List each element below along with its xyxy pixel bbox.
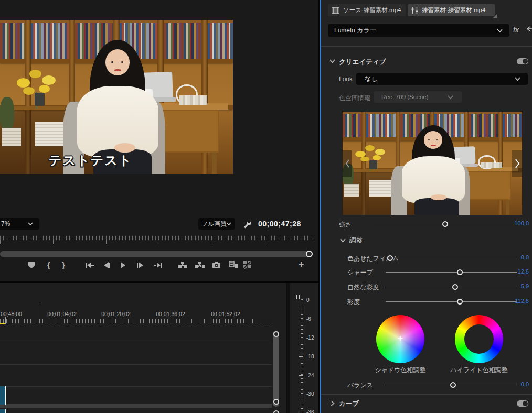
scrollbar-handle-cut[interactable] [273, 410, 279, 413]
timeline-horizontal-scrollbar[interactable] [0, 404, 272, 408]
plant [0, 97, 14, 131]
zoom-level-select[interactable]: 7% [0, 218, 39, 230]
audio-meter-panel: 0 -6 -12 -18 -24 -30 -36 [290, 283, 318, 413]
vibrance-slider-thumb[interactable] [452, 284, 458, 290]
tab-corner-fold [493, 14, 497, 18]
previous-look-button[interactable] [343, 150, 352, 177]
chevron-right-icon[interactable] [331, 400, 335, 406]
program-video-frame: テストテスト [0, 20, 233, 174]
saturation-slider-thumb[interactable] [457, 299, 463, 305]
shadow-tint-wheel[interactable]: + [376, 315, 424, 363]
balance-value[interactable]: 0,0 [492, 381, 529, 387]
chevron-down-icon [515, 77, 520, 81]
colorspace-label: 色空間情報 [339, 94, 370, 103]
track-divider [0, 386, 272, 387]
premiere-workspace: テストテスト 7% フル画質 00;00;47;28 [0, 0, 532, 413]
fx-badge[interactable]: fx [513, 26, 519, 34]
wheel-crosshair: + [398, 333, 403, 344]
video-clip[interactable] [0, 386, 6, 405]
scrollbar-handle-bottom[interactable] [273, 399, 279, 405]
transport-controls: { } [0, 260, 318, 275]
sharpen-value[interactable]: 12,6 [492, 268, 529, 275]
meter-peak-bar [299, 295, 300, 299]
go-to-in-button[interactable] [86, 262, 94, 269]
intensity-slider-thumb[interactable] [442, 221, 448, 227]
next-look-button[interactable] [512, 150, 522, 177]
program-monitor-panel: テストテスト 7% フル画質 00;00;47;28 [0, 0, 318, 281]
go-to-out-button[interactable] [154, 262, 162, 269]
person-face [105, 49, 130, 75]
mark-out-button[interactable]: } [62, 260, 65, 269]
monitor-ruler[interactable] [0, 236, 315, 245]
comparison-view-button[interactable] [229, 261, 238, 269]
chevron-down-icon [28, 222, 33, 226]
person-hands [114, 143, 135, 153]
adjust-section-title[interactable]: 調整 [349, 236, 363, 245]
meter-scale-label: -6 [306, 316, 311, 322]
intensity-value[interactable]: 100,0 [492, 220, 529, 226]
multicam-toggle-button[interactable] [243, 261, 251, 269]
add-marker-button[interactable] [28, 262, 35, 268]
chevron-right-icon [514, 158, 520, 169]
timeline-vertical-scrollbar[interactable] [273, 331, 279, 407]
monitor-scrollbar[interactable] [0, 251, 313, 257]
sharpen-label: シャープ [347, 268, 373, 277]
meter-scale-label: -24 [306, 373, 314, 378]
chevron-down-icon[interactable] [340, 238, 346, 243]
settings-wrench-icon[interactable] [242, 219, 252, 229]
audio-clip[interactable] [0, 409, 6, 413]
tab-source-clip[interactable]: ソース·練習素材.mp4 [328, 4, 406, 16]
chevron-left-icon [345, 159, 350, 168]
effect-selector[interactable]: Lumetri カラー [328, 24, 509, 37]
current-timecode: 00;00;47;28 [258, 220, 301, 228]
scrollbar-handle-top[interactable] [273, 331, 279, 337]
chevron-down-icon[interactable] [329, 59, 335, 63]
saturation-value[interactable]: 112,6 [492, 298, 529, 304]
creative-section-title[interactable]: クリエイティブ [339, 58, 386, 67]
button-editor-add[interactable]: + [299, 259, 304, 270]
film-clip-icon [332, 7, 339, 14]
desk-books [179, 95, 207, 105]
creative-enable-toggle[interactable] [517, 58, 528, 64]
meter-scale-label: -30 [306, 391, 314, 397]
chevron-down-icon [226, 222, 231, 226]
step-forward-button[interactable] [137, 262, 143, 269]
flowers [14, 66, 66, 109]
lift-button[interactable] [178, 262, 187, 268]
balance-label: バランス [347, 381, 373, 390]
chevron-down-icon [497, 29, 503, 33]
undo-icon[interactable] [527, 26, 532, 34]
preview-scene [343, 112, 522, 215]
intensity-label: 強さ [339, 220, 352, 229]
step-back-button[interactable] [104, 262, 110, 269]
mark-in-button[interactable]: { [47, 260, 50, 269]
playback-quality-select[interactable]: フル画質 [198, 218, 235, 230]
vibrance-value[interactable]: 5,9 [492, 283, 529, 289]
panel-divider-vertical[interactable] [286, 283, 290, 413]
extract-button[interactable] [195, 262, 205, 268]
effect-controls-icon [411, 7, 418, 14]
tab-effect-controls[interactable]: 練習素材·練習素材.mp4 [408, 4, 495, 16]
look-value: なし [365, 74, 378, 83]
video-scene [0, 20, 233, 174]
balance-slider-thumb[interactable] [450, 382, 456, 388]
ruler-label: 00;48;00 [1, 311, 22, 317]
faded-film-slider-thumb[interactable] [387, 255, 393, 261]
play-button[interactable] [121, 262, 125, 269]
highlight-tint-wheel[interactable] [455, 315, 503, 363]
export-frame-button[interactable] [212, 262, 220, 268]
faded-film-value[interactable]: 0,0 [492, 254, 529, 260]
timeline-marker-line [40, 303, 40, 321]
curves-section-title[interactable]: カーブ [339, 399, 359, 408]
curves-enable-toggle[interactable] [517, 400, 528, 407]
quality-value: フル画質 [201, 220, 227, 229]
look-preview[interactable] [343, 112, 522, 215]
tab-label: ソース·練習素材.mp4 [343, 6, 401, 14]
monitor-scrollbar-handle[interactable] [306, 251, 313, 257]
timeline-ruler[interactable]: 00;48;00 00;01;04;02 00;01;20;02 00;01;3… [0, 283, 286, 325]
sharpen-slider-thumb[interactable] [457, 269, 463, 275]
look-select[interactable]: なし [356, 73, 528, 85]
look-label: Look [339, 75, 353, 83]
shadow-wheel-label: シャドウ色相調整 [361, 366, 440, 375]
saturation-label: 彩度 [347, 298, 360, 307]
